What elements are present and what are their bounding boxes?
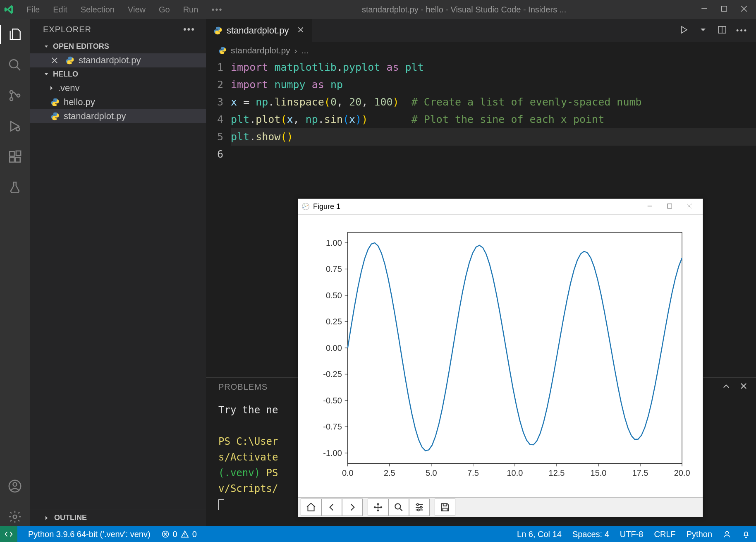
svg-text:0.0: 0.0 (342, 468, 354, 477)
menu-file[interactable]: File (22, 3, 45, 16)
toolbar-forward-icon[interactable] (342, 499, 363, 516)
split-editor-icon[interactable] (717, 25, 727, 37)
status-cursor[interactable]: Ln 6, Col 14 (517, 530, 562, 539)
status-spaces[interactable]: Spaces: 4 (572, 530, 609, 539)
python-file-icon (50, 112, 60, 121)
status-feedback-icon[interactable] (723, 530, 731, 538)
editor-more-icon[interactable]: ••• (736, 26, 748, 35)
status-bell-icon[interactable] (742, 530, 750, 538)
activity-accounts-icon[interactable] (0, 477, 30, 496)
vscode-logo-icon (4, 5, 14, 14)
toolbar-configure-icon[interactable] (409, 499, 430, 516)
window-title: standardplot.py - hello - Visual Studio … (227, 5, 701, 14)
toolbar-zoom-icon[interactable] (388, 499, 409, 516)
close-icon[interactable] (50, 56, 59, 65)
window-close-button[interactable] (740, 5, 748, 14)
svg-text:17.5: 17.5 (632, 468, 648, 477)
svg-text:12.5: 12.5 (549, 468, 565, 477)
outline-label: OUTLINE (54, 513, 87, 522)
tab-close-icon[interactable] (297, 25, 304, 36)
breadcrumb[interactable]: standardplot.py › ... (206, 42, 756, 59)
breadcrumb-file[interactable]: standardplot.py (231, 46, 290, 55)
figure-titlebar[interactable]: Figure 1 (298, 199, 703, 215)
figure-close-button[interactable] (679, 202, 699, 211)
svg-point-12 (13, 515, 17, 519)
svg-text:-0.75: -0.75 (323, 422, 342, 431)
svg-text:7.5: 7.5 (467, 468, 479, 477)
svg-point-3 (10, 98, 13, 101)
status-warnings: 0 (192, 530, 197, 539)
svg-rect-18 (348, 232, 682, 463)
svg-text:2.5: 2.5 (384, 468, 395, 477)
toolbar-save-icon[interactable] (435, 499, 455, 516)
open-editors-header[interactable]: OPEN EDITORS (30, 40, 206, 53)
svg-point-1 (10, 60, 18, 68)
svg-text:1.00: 1.00 (326, 238, 342, 247)
status-interpreter[interactable]: Python 3.9.6 64-bit ('.venv': venv) (28, 530, 151, 539)
svg-point-5 (16, 127, 20, 131)
explorer-sidebar: EXPLORER ••• OPEN EDITORS standardplot.p… (30, 19, 206, 526)
activity-run-debug-icon[interactable] (0, 117, 30, 136)
svg-text:0.00: 0.00 (326, 343, 342, 352)
toolbar-pan-icon[interactable] (368, 499, 388, 516)
editor-tab[interactable]: standardplot.py (206, 19, 312, 42)
activity-source-control-icon[interactable] (0, 86, 30, 105)
matplotlib-icon (301, 202, 310, 211)
svg-rect-9 (16, 151, 21, 156)
workspace-header[interactable]: HELLO (30, 67, 206, 81)
menu-selection[interactable]: Selection (76, 3, 120, 16)
svg-rect-17 (667, 204, 672, 209)
explorer-more-icon[interactable]: ••• (183, 24, 195, 35)
activity-explorer-icon[interactable] (0, 25, 30, 44)
activity-extensions-icon[interactable] (0, 147, 30, 166)
svg-point-58 (418, 509, 419, 511)
title-bar: File Edit Selection View Go Run ••• stan… (0, 0, 756, 19)
toolbar-home-icon[interactable] (301, 499, 321, 516)
activity-settings-icon[interactable] (0, 507, 30, 526)
python-file-icon (50, 98, 60, 107)
svg-point-55 (395, 504, 400, 509)
outline-header[interactable]: OUTLINE (30, 509, 206, 526)
toolbar-back-icon[interactable] (321, 499, 342, 516)
status-language[interactable]: Python (687, 530, 712, 539)
window-maximize-button[interactable] (720, 5, 728, 14)
menu-edit[interactable]: Edit (48, 3, 72, 16)
status-remote-icon[interactable] (0, 526, 17, 542)
window-minimize-button[interactable] (701, 5, 708, 14)
svg-rect-0 (722, 6, 727, 11)
matplotlib-figure-window[interactable]: Figure 1 0.02.55.07.510.012.515.017.520.… (298, 199, 703, 517)
activity-search-icon[interactable] (0, 55, 30, 74)
status-encoding[interactable]: UTF-8 (620, 530, 644, 539)
status-problems[interactable]: 0 0 (161, 530, 197, 539)
terminal-line: PS C:\User (218, 436, 278, 447)
run-file-icon[interactable] (679, 25, 689, 37)
open-editor-item[interactable]: standardplot.py (30, 53, 206, 67)
tree-file-name: standardplot.py (64, 111, 126, 122)
status-eol[interactable]: CRLF (654, 530, 676, 539)
svg-point-57 (420, 506, 422, 508)
activity-bar (0, 19, 30, 526)
tree-folder-venv[interactable]: .venv (30, 81, 206, 95)
panel-maximize-icon[interactable] (722, 382, 730, 392)
menu-run[interactable]: Run (178, 3, 203, 16)
breadcrumb-more[interactable]: ... (301, 46, 309, 55)
svg-point-2 (10, 91, 13, 94)
figure-minimize-button[interactable] (640, 202, 660, 211)
menu-view[interactable]: View (123, 3, 151, 16)
activity-testing-icon[interactable] (0, 178, 30, 197)
svg-text:-0.50: -0.50 (323, 396, 342, 405)
tree-file-standardplot[interactable]: standardplot.py (30, 109, 206, 123)
panel-close-icon[interactable] (739, 382, 748, 392)
run-dropdown-icon[interactable] (698, 25, 708, 37)
menu-overflow[interactable]: ••• (206, 3, 227, 16)
panel-tab-problems[interactable]: PROBLEMS (218, 382, 268, 392)
terminal-line: (.venv) (218, 467, 260, 479)
plot-area[interactable]: 0.02.55.07.510.012.515.017.520.0-1.00-0.… (298, 215, 703, 498)
menu-go[interactable]: Go (154, 3, 175, 16)
svg-text:0.50: 0.50 (326, 290, 342, 300)
status-bar: Python 3.9.6 64-bit ('.venv': venv) 0 0 … (0, 526, 756, 542)
tree-file-hello[interactable]: hello.py (30, 95, 206, 109)
terminal-line: s/Activate (218, 451, 278, 463)
explorer-title: EXPLORER (43, 25, 91, 34)
figure-maximize-button[interactable] (660, 202, 679, 211)
